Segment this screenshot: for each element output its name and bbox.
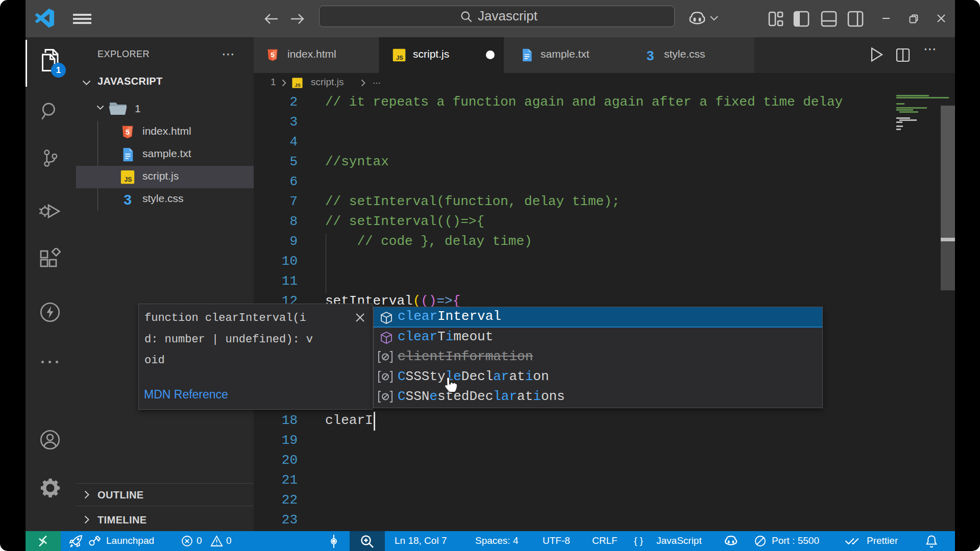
svg-text:5: 5 xyxy=(126,128,130,136)
svg-text:JS: JS xyxy=(125,176,132,183)
svg-text:JS: JS xyxy=(295,83,301,88)
svg-text:3: 3 xyxy=(124,192,132,207)
svg-text:JS: JS xyxy=(396,55,403,61)
svg-text:3: 3 xyxy=(647,48,654,62)
svg-text:5: 5 xyxy=(271,51,274,59)
